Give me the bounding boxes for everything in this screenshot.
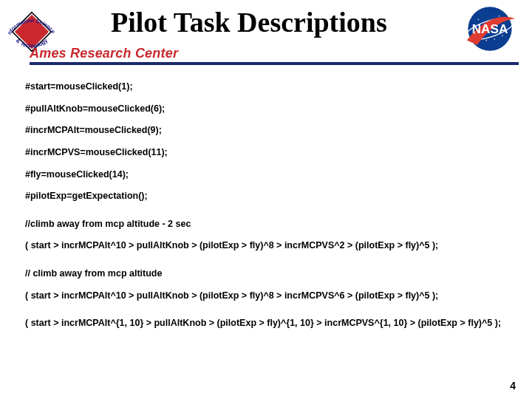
code-line: #fly=mouseClicked(14); [25, 169, 507, 181]
code-line: #pullAltKnob=mouseClicked(6); [25, 103, 507, 115]
code-line: #incrMCPVS=mouseClicked(11); [25, 147, 507, 159]
ames-label: Ames Research Center [30, 46, 178, 61]
ames-bar: Ames Research Center [30, 46, 519, 65]
svg-point-6 [478, 19, 480, 21]
code-line: #incrMCPAlt=mouseClicked(9); [25, 125, 507, 137]
svg-point-10 [486, 40, 488, 41]
code-line: #start=mouseClicked(1); [25, 81, 507, 93]
svg-point-9 [474, 33, 476, 34]
code-line: // climb away from mcp altitude [25, 268, 507, 280]
svg-point-11 [494, 38, 495, 40]
code-line: ( start > incrMCPAlt^10 > pullAltKnob > … [25, 290, 507, 302]
code-line: #pilotExp=getExpectation(); [25, 191, 507, 202]
svg-point-8 [502, 35, 503, 37]
page-number: 4 [510, 380, 516, 392]
slide-body: #start=mouseClicked(1); #pullAltKnob=mou… [0, 71, 532, 330]
code-line: //climb away from mcp altitude - 2 sec [25, 219, 507, 231]
svg-point-7 [499, 16, 500, 17]
code-line: ( start > incrMCPAlt^10 > pullAltKnob > … [25, 240, 507, 252]
slide-title: Pilot Task Descriptions [111, 6, 387, 38]
slide-header: Information Sciences & Technology Pilot … [0, 0, 532, 71]
code-line: ( start > incrMCPAlt^{1, 10} > pullAltKn… [25, 318, 507, 330]
header-divider [30, 62, 519, 65]
nasa-text: NASA [472, 21, 508, 36]
